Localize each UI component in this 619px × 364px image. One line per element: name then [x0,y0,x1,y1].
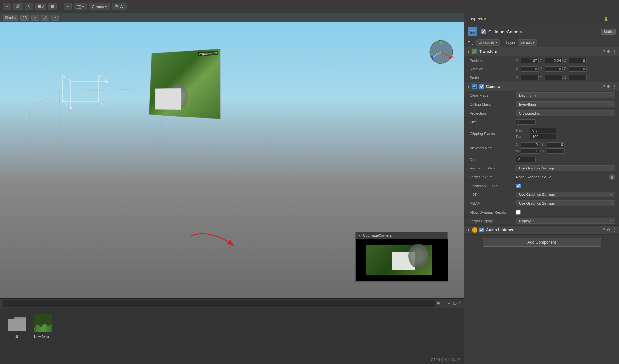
camera-component-icon: 📷 [468,27,477,36]
rot-z-input[interactable] [569,66,587,72]
camera-select-btn[interactable]: 📷 ▾ [74,3,87,10]
scale-y-input[interactable] [545,75,563,80]
lighting-btn[interactable]: ☀ [3,3,11,10]
asset-item-terrain[interactable]: New Terra... [33,313,53,339]
target-display-dropdown[interactable]: Display 2 ▾ [516,218,615,224]
audio-menu-icon[interactable]: ⋮ [612,228,616,232]
persp-label: Persp [442,62,452,66]
vp-y-input[interactable] [547,142,565,147]
white-cube [155,88,181,110]
rotation-label: Rotation [470,67,516,71]
near-input[interactable] [530,128,556,133]
rendering-path-dropdown[interactable]: Use Graphics Settings ▾ [516,165,615,171]
target-texture-picker[interactable]: ◎ [609,174,615,180]
grid-view-icon[interactable]: ⊞ [437,301,440,305]
rot-y-label: Y [540,67,543,71]
projection-dropdown[interactable]: Orthographic ▾ [516,110,615,116]
position-label: Position [470,59,516,63]
pos-z-label: Z [564,59,567,62]
camera-menu-icon[interactable]: ⋮ [612,84,616,89]
transform-menu-icon[interactable]: ⋮ [612,49,616,54]
static-button[interactable]: Static [601,29,616,35]
clear-flags-dropdown[interactable]: Depth only ▾ [516,92,615,98]
hdr-dropdown[interactable]: Use Graphics Settings ▾ [516,192,615,197]
gizmos-dropdown[interactable]: Gizmos ▾ [89,3,110,10]
svg-rect-0 [30,108,161,157]
target-texture-value: None (Render Texture) [516,175,607,179]
red-arrow [181,226,240,252]
camera-settings-icon[interactable]: ⚙ [607,84,610,89]
scale-z-input[interactable] [569,75,587,80]
scale-row: Scale X Y Z [464,73,619,82]
vp-y-label: Y [541,143,545,147]
vp-w-input[interactable] [521,148,539,154]
scene-2d-btn[interactable]: 2D [20,15,29,21]
scene-fx-btn[interactable]: ✦ [51,15,59,21]
favorites-icon[interactable]: ★ [447,301,451,305]
counter-btn[interactable]: ⊞ 0 [35,3,46,10]
msaa-arrow: ▾ [610,202,612,205]
scene-light-btn[interactable]: ☀ [31,15,39,21]
lock-icon[interactable]: 🔒 [604,17,608,21]
transform-help-icon[interactable]: ? [603,49,605,54]
clipping-planes-label: Clipping Planes [470,132,516,136]
pos-x-label: X [516,59,519,62]
menu-icon[interactable]: ⋮ [611,17,615,21]
camera-section-icon: 📷 [472,84,477,89]
camera-section-header[interactable]: ▼ 📷 Camera ? ⚙ ⋮ [464,82,619,91]
rot-x-input[interactable] [521,66,539,72]
size-input[interactable] [516,119,536,125]
near-row: Near [516,128,556,133]
audio-listener-section-header[interactable]: ▼ ♪ Audio Listener ? ⚙ ⋮ [464,225,619,235]
rendering-path-row: Rendering Path Use Graphics Settings ▾ [464,164,619,173]
add-component-row: Add Component [464,235,619,250]
audio-help-icon[interactable]: ? [603,228,605,232]
culling-mask-dropdown[interactable]: Everything ▾ [516,101,615,107]
tag-value: Untagged [479,40,494,44]
all-filter[interactable]: 🔍 All [112,3,127,10]
camera-title: Camera [486,84,601,89]
transform-btn[interactable]: ↻ [25,3,33,10]
msaa-dropdown[interactable]: Use Graphics Settings ▾ [516,200,615,206]
grid-btn[interactable]: ⊞ [48,3,57,10]
pos-y-input[interactable] [545,58,563,63]
scene-view[interactable]: Shaded 2D ☀ 🔊 ✦ [0,13,464,298]
asset-item-ui[interactable]: UI [7,313,26,339]
play-btn[interactable]: ✂ [64,3,72,10]
occlusion-culling-checkbox[interactable] [516,184,521,188]
component-enabled-checkbox[interactable] [481,29,486,34]
transform-section-header[interactable]: ▼ Transform ? ⚙ ⋮ [464,47,619,56]
vp-h-input[interactable] [547,148,565,154]
pos-y-label: Y [540,59,543,62]
occlusion-culling-label: Occlusion Culling [470,184,516,188]
camera-enabled-checkbox[interactable] [479,84,484,89]
far-input[interactable] [530,134,556,139]
rendering-path-value: Use Graphics Settings [519,166,555,170]
rot-y-input[interactable] [545,66,563,72]
audio-settings-icon[interactable]: ⚙ [607,228,610,232]
vp-x-input[interactable] [521,142,539,147]
scene-filter-btn[interactable]: Shaded [3,15,18,21]
pos-z-input[interactable] [569,58,587,63]
camera-help-icon[interactable]: ? [603,84,605,89]
scale-y-label: Y [540,76,543,79]
asset-search-input[interactable] [3,300,435,307]
scale-x-input[interactable] [521,75,539,80]
add-component-button[interactable]: Add Component [483,238,601,247]
transform-actions: ? ⚙ ⋮ [603,49,616,54]
clear-flags-row: Clear Flags Depth only ▾ [464,91,619,100]
list-view-icon[interactable]: ☰ [442,301,445,305]
rot-x-label: X [516,67,519,71]
layer-value: Default [520,40,532,44]
audio-listener-checkbox[interactable] [479,228,484,232]
tag-dropdown[interactable]: Untagged ▾ [476,39,500,46]
depth-input[interactable] [516,157,536,162]
transform-settings-icon[interactable]: ⚙ [607,49,610,54]
audio-btn[interactable]: 🔊 [13,3,23,10]
allow-dynamic-checkbox[interactable] [516,210,521,215]
scene-audio-btn[interactable]: 🔊 [41,15,49,21]
svg-line-10 [63,75,71,82]
pos-x-input[interactable] [521,58,539,63]
bottom-content: UI New Terra... [0,308,464,364]
layer-dropdown[interactable]: Default ▾ [518,39,537,46]
